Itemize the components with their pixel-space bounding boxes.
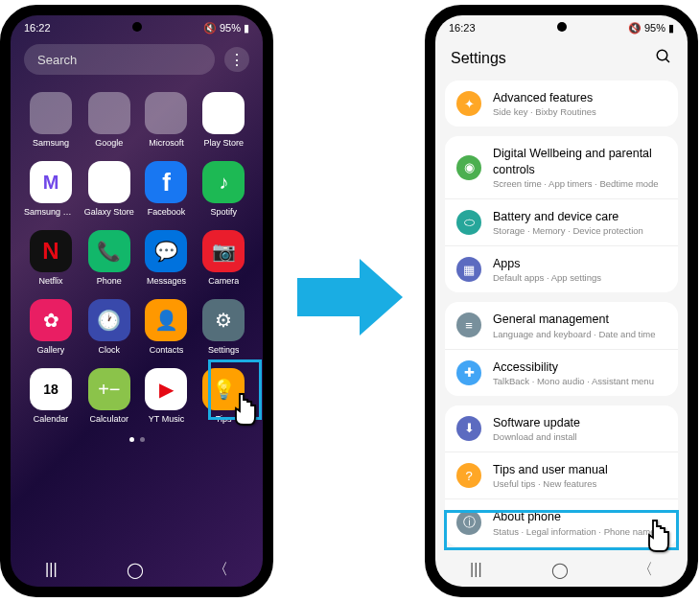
item-text: Battery and device careStorage · Memory … xyxy=(493,209,666,236)
app-icon: 📞 xyxy=(88,230,130,272)
settings-item-about-phone[interactable]: ⓘAbout phoneStatus · Legal information ·… xyxy=(445,499,678,545)
app-samsung[interactable]: Samsung xyxy=(24,92,78,148)
search-icon[interactable] xyxy=(655,48,672,69)
app-calculator[interactable]: +−Calculator xyxy=(83,368,135,424)
app-settings[interactable]: ⚙Settings xyxy=(198,299,249,355)
phone-apps-screen: 16:22 🔇 95% ▮ Search ⋮ SamsungGoogleMicr… xyxy=(0,5,273,597)
item-text: Advanced featuresSide key · Bixby Routin… xyxy=(493,90,666,117)
app-label: Spotify xyxy=(210,207,237,217)
app-icon: 💬 xyxy=(145,230,187,272)
app-icon: 💡 xyxy=(202,368,245,410)
app-google[interactable]: Google xyxy=(83,92,135,148)
battery-pct: 95% xyxy=(220,22,241,34)
page-dot[interactable] xyxy=(140,437,145,442)
item-title: Battery and device care xyxy=(493,209,666,224)
battery-icon: ▮ xyxy=(244,22,249,35)
item-subtitle: Language and keyboard · Date and time xyxy=(493,329,666,339)
item-text: Tips and user manualUseful tips · New fe… xyxy=(493,462,666,489)
app-play-store[interactable]: ▶Play Store xyxy=(198,92,249,148)
item-title: Digital Wellbeing and parental controls xyxy=(493,146,666,177)
home-button[interactable]: ◯ xyxy=(127,561,144,579)
app-label: Galaxy Store xyxy=(84,207,134,217)
app-spotify[interactable]: ♪Spotify xyxy=(198,161,249,217)
clock-text: 16:23 xyxy=(449,22,476,34)
front-camera xyxy=(132,22,142,32)
phone-settings-screen: 16:23 🔇 95% ▮ Settings ✦Advanced feature… xyxy=(425,5,698,597)
app-phone[interactable]: 📞Phone xyxy=(83,230,135,286)
app-clock[interactable]: 🕐Clock xyxy=(83,299,135,355)
app-facebook[interactable]: fFacebook xyxy=(141,161,193,217)
app-camera[interactable]: 📷Camera xyxy=(198,230,249,286)
app-galaxy-store[interactable]: 🛍Galaxy Store xyxy=(83,161,135,217)
item-title: Software update xyxy=(493,415,666,430)
item-title: Advanced features xyxy=(493,90,666,105)
recents-button[interactable]: ||| xyxy=(45,561,57,578)
settings-header: Settings xyxy=(435,40,688,81)
app-label: Samsung xyxy=(33,138,69,148)
item-text: AccessibilityTalkBack · Mono audio · Ass… xyxy=(493,359,666,386)
item-text: AppsDefault apps · App settings xyxy=(493,256,666,283)
screen: 16:23 🔇 95% ▮ Settings ✦Advanced feature… xyxy=(435,15,688,587)
app-tips[interactable]: 💡Tips xyxy=(198,368,249,424)
home-button[interactable]: ◯ xyxy=(551,561,569,579)
back-button[interactable]: 〈 xyxy=(638,560,653,580)
app-yt-music[interactable]: ▶YT Music xyxy=(141,368,193,424)
settings-item-tips-and-user-manual[interactable]: ?Tips and user manualUseful tips · New f… xyxy=(445,452,678,499)
app-icon: ♪ xyxy=(202,161,245,203)
app-label: Netflix xyxy=(38,276,62,286)
settings-item-digital-wellbeing-and-parental-controls[interactable]: ◉Digital Wellbeing and parental controls… xyxy=(445,136,678,199)
item-title: General management xyxy=(493,312,666,327)
recents-button[interactable]: ||| xyxy=(470,561,481,578)
app-label: Samsung Members xyxy=(24,207,78,217)
item-subtitle: Status · Legal information · Phone name xyxy=(493,526,666,537)
app-gallery[interactable]: ✿Gallery xyxy=(24,299,78,355)
app-label: Camera xyxy=(208,276,239,286)
settings-item-apps[interactable]: ▦AppsDefault apps · App settings xyxy=(445,246,678,292)
item-subtitle: TalkBack · Mono audio · Assistant menu xyxy=(493,376,666,386)
svg-point-0 xyxy=(657,50,667,60)
settings-item-accessibility[interactable]: ✚AccessibilityTalkBack · Mono audio · As… xyxy=(445,350,678,396)
app-netflix[interactable]: NNetflix xyxy=(24,230,78,286)
app-icon: ✿ xyxy=(30,299,72,341)
app-messages[interactable]: 💬Messages xyxy=(141,230,193,286)
clock-text: 16:22 xyxy=(24,22,51,34)
battery-icon: ▮ xyxy=(668,22,674,35)
app-samsung-members[interactable]: MSamsung Members xyxy=(24,161,78,217)
more-button[interactable]: ⋮ xyxy=(224,47,249,72)
battery-pct: 95% xyxy=(644,22,665,34)
item-subtitle: Storage · Memory · Device protection xyxy=(493,225,666,236)
status-right: 🔇 95% ▮ xyxy=(203,22,249,35)
settings-group: ✦Advanced featuresSide key · Bixby Routi… xyxy=(445,81,678,127)
arrow-icon xyxy=(288,244,412,354)
app-contacts[interactable]: 👤Contacts xyxy=(141,299,193,355)
settings-item-general-management[interactable]: ≡General managementLanguage and keyboard… xyxy=(445,302,678,349)
back-button[interactable]: 〈 xyxy=(213,560,228,580)
settings-item-icon: ⬭ xyxy=(456,210,481,235)
mute-icon: 🔇 xyxy=(203,22,217,35)
app-icon: 👤 xyxy=(145,299,187,341)
app-calendar[interactable]: 18Calendar xyxy=(24,368,78,424)
app-label: Tips xyxy=(216,414,232,424)
page-dot[interactable] xyxy=(129,437,134,442)
app-icon xyxy=(88,92,130,134)
settings-item-icon: ✦ xyxy=(456,91,481,116)
settings-item-icon: ◉ xyxy=(456,155,481,180)
settings-item-software-update[interactable]: ⬇Software updateDownload and install xyxy=(445,405,678,452)
app-label: Settings xyxy=(208,345,240,355)
settings-item-advanced-features[interactable]: ✦Advanced featuresSide key · Bixby Routi… xyxy=(445,81,678,127)
app-microsoft[interactable]: Microsoft xyxy=(141,92,193,148)
settings-item-icon: ≡ xyxy=(456,313,481,337)
app-icon: N xyxy=(30,230,72,272)
app-icon xyxy=(145,92,187,134)
app-icon: 📷 xyxy=(202,230,245,272)
app-label: Facebook xyxy=(148,207,186,217)
item-subtitle: Side key · Bixby Routines xyxy=(493,106,666,117)
app-icon xyxy=(30,92,72,134)
settings-item-battery-and-device-care[interactable]: ⬭Battery and device careStorage · Memory… xyxy=(445,199,678,246)
search-input[interactable]: Search xyxy=(24,44,215,75)
app-grid: SamsungGoogleMicrosoft▶Play StoreMSamsun… xyxy=(11,82,263,433)
settings-list[interactable]: ✦Advanced featuresSide key · Bixby Routi… xyxy=(435,81,688,546)
status-right: 🔇 95% ▮ xyxy=(628,22,674,35)
app-label: Messages xyxy=(147,276,186,286)
app-label: Contacts xyxy=(150,345,184,355)
